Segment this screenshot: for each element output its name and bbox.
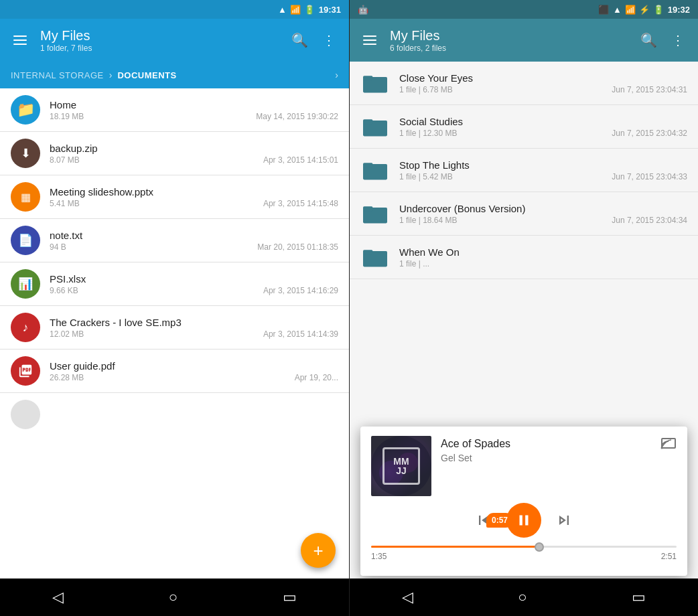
media-info: Ace of Spades Gel Set <box>441 436 651 463</box>
current-time: 1:35 <box>371 552 387 561</box>
album-art: MMJJ <box>371 436 431 496</box>
list-item[interactable] <box>0 393 349 436</box>
file-icon-xlsx: 📊 <box>11 269 40 299</box>
folder-date: Jun 7, 2015 23:04:31 <box>612 85 687 94</box>
breadcrumb-end-arrow: › <box>335 70 338 80</box>
app-bar-right: My Files 6 folders, 2 files 🔍 ⋮ <box>350 19 698 62</box>
app-bar-title-group-right: My Files 6 folders, 2 files <box>390 27 639 53</box>
nav-bar-left: ◁ ○ ▭ <box>0 579 349 616</box>
folder-size: 1 file | 12.30 MB <box>399 129 458 138</box>
file-meta: 18.19 MB May 14, 2015 19:30:22 <box>50 112 338 121</box>
file-name: User guide.pdf <box>50 360 338 372</box>
file-size: 9.66 KB <box>50 286 78 295</box>
list-item[interactable]: User guide.pdf 26.28 MB Apr 19, 20... <box>0 350 349 393</box>
file-info-xlsx: PSI.xlsx 9.66 KB Apr 3, 2015 14:16:29 <box>50 273 338 295</box>
time-bubble: 0:57 <box>486 513 513 528</box>
recents-button[interactable]: ▭ <box>283 589 297 606</box>
folder-name: When We On <box>399 246 687 258</box>
status-time-left: 19:31 <box>319 5 341 15</box>
overflow-menu-right[interactable]: ⋮ <box>669 31 687 50</box>
back-button-right[interactable]: ◁ <box>402 589 413 606</box>
folder-size: 1 file | 5.42 MB <box>399 172 453 181</box>
app-bar-subtitle-right: 6 folders, 2 files <box>390 44 639 53</box>
file-size: 18.19 MB <box>50 112 84 121</box>
breadcrumb-documents[interactable]: DOCUMENTS <box>117 70 176 80</box>
file-date: Mar 20, 2015 01:18:35 <box>257 242 338 252</box>
file-size: 94 B <box>50 242 66 252</box>
list-item[interactable]: 📄 note.txt 94 B Mar 20, 2015 01:18:35 <box>0 219 349 262</box>
album-logo: MMJJ <box>393 457 409 475</box>
battery-icon-right: 🔋 <box>653 5 664 15</box>
file-meta: 26.28 MB Apr 19, 20... <box>50 373 338 382</box>
file-info-pdf: User guide.pdf 26.28 MB Apr 19, 20... <box>50 360 338 382</box>
progress-fill <box>371 546 539 548</box>
file-name: note.txt <box>50 230 338 241</box>
status-icons-left: ▲ 📶 🔋 <box>278 5 315 15</box>
fab-add[interactable]: + <box>301 533 336 568</box>
screen-left: ▲ 📶 🔋 19:31 My Files 1 folder, 7 files 🔍… <box>0 0 349 616</box>
list-item[interactable]: When We On 1 file | ... <box>350 236 698 279</box>
file-meta: 8.07 MB Apr 3, 2015 14:15:01 <box>50 155 338 165</box>
file-icon-txt: 📄 <box>11 226 40 255</box>
svg-rect-9 <box>363 250 372 254</box>
list-item[interactable]: 📊 PSI.xlsx 9.66 KB Apr 3, 2015 14:16:29 <box>0 262 349 306</box>
overflow-menu-left[interactable]: ⋮ <box>320 31 338 50</box>
android-icon: 🤖 <box>358 5 368 15</box>
progress-thumb[interactable] <box>535 542 544 552</box>
folder-meta: 1 file | ... <box>399 259 687 268</box>
app-bar-subtitle-left: 1 folder, 7 files <box>40 44 290 53</box>
list-item[interactable]: 📁 Home 18.19 MB May 14, 2015 19:30:22 <box>0 88 349 132</box>
folder-info: Undercover (Bonus Version) 1 file | 18.6… <box>399 203 687 225</box>
hamburger-menu-right[interactable] <box>360 31 379 50</box>
signal-icon: 📶 <box>290 5 301 15</box>
svg-rect-3 <box>363 119 372 124</box>
list-item[interactable]: Undercover (Bonus Version) 1 file | 18.6… <box>350 192 698 236</box>
recents-button-right[interactable]: ▭ <box>632 589 646 606</box>
battery-icon: 🔋 <box>304 5 315 15</box>
next-button[interactable] <box>555 511 573 530</box>
folder-name: Social Studies <box>399 116 687 127</box>
status-bar-right: 🤖 ⬛ ▲ 📶 ⚡ 🔋 19:32 <box>350 0 698 19</box>
folder-size: 1 file | 18.64 MB <box>399 216 458 225</box>
file-date: Apr 19, 20... <box>295 373 338 382</box>
back-button[interactable]: ◁ <box>52 589 64 606</box>
file-size: 5.41 MB <box>50 199 80 208</box>
folder-meta: 1 file | 12.30 MB Jun 7, 2015 23:04:32 <box>399 129 687 138</box>
list-item[interactable]: ⬇ backup.zip 8.07 MB Apr 3, 2015 14:15:0… <box>0 132 349 175</box>
folder-icon <box>360 155 390 185</box>
wifi-icon-right: ▲ <box>613 5 622 15</box>
app-bar-title-left: My Files <box>40 27 290 44</box>
breadcrumb-arrow: › <box>109 70 113 80</box>
file-info-mp3: The Crackers - I love SE.mp3 12.02 MB Ap… <box>50 317 338 339</box>
charging-icon: ⚡ <box>639 5 650 15</box>
home-button[interactable]: ○ <box>169 589 178 606</box>
hamburger-menu-left[interactable] <box>11 31 29 50</box>
cast-icon[interactable] <box>660 437 677 453</box>
search-button-right[interactable]: 🔍 <box>639 31 658 50</box>
breadcrumb-internal[interactable]: INTERNAL STORAGE <box>11 70 104 80</box>
list-item[interactable]: Stop The Lights 1 file | 5.42 MB Jun 7, … <box>350 149 698 192</box>
folder-info: When We On 1 file | ... <box>399 246 687 268</box>
file-date: Apr 3, 2015 14:15:48 <box>263 199 338 208</box>
file-meta: 5.41 MB Apr 3, 2015 14:15:48 <box>50 199 338 208</box>
file-meta: 12.02 MB Apr 3, 2015 14:14:39 <box>50 329 338 339</box>
folder-date: Jun 7, 2015 23:04:34 <box>612 216 687 225</box>
list-item[interactable]: ♪ The Crackers - I love SE.mp3 12.02 MB … <box>0 306 349 350</box>
folder-icon <box>360 242 390 272</box>
list-item[interactable]: Social Studies 1 file | 12.30 MB Jun 7, … <box>350 105 698 149</box>
folder-info: Social Studies 1 file | 12.30 MB Jun 7, … <box>399 116 687 138</box>
media-player-top: MMJJ Ace of Spades Gel Set <box>371 436 677 496</box>
list-item[interactable]: ▦ Meeting slideshow.pptx 5.41 MB Apr 3, … <box>0 175 349 219</box>
home-button-right[interactable]: ○ <box>518 589 527 606</box>
status-time-right: 19:32 <box>668 5 690 15</box>
file-size: 8.07 MB <box>50 155 80 165</box>
app-bar-title-right: My Files <box>390 27 639 44</box>
file-name: Home <box>50 99 338 110</box>
file-icon-zip: ⬇ <box>11 139 40 168</box>
file-name: Meeting slideshow.pptx <box>50 186 338 198</box>
search-button-left[interactable]: 🔍 <box>290 31 309 50</box>
progress-track[interactable] <box>371 546 677 548</box>
breadcrumb-bar: INTERNAL STORAGE › DOCUMENTS › <box>0 62 349 88</box>
file-date: Apr 3, 2015 14:15:01 <box>263 155 338 165</box>
list-item[interactable]: Close Your Eyes 1 file | 6.78 MB Jun 7, … <box>350 62 698 105</box>
